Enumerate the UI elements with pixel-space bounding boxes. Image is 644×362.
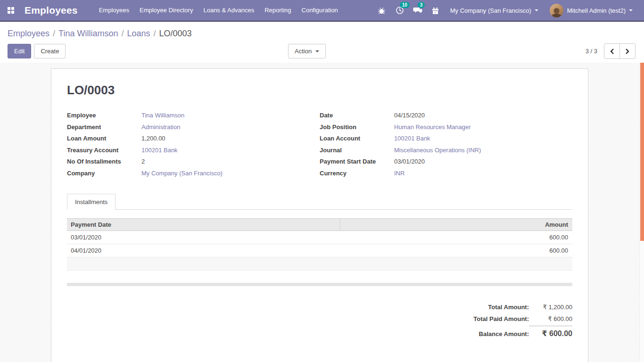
cell-amount: 600.00	[340, 244, 572, 257]
apps-grid-icon[interactable]	[4, 3, 18, 17]
table-footer-bar	[67, 283, 572, 286]
menu-employees[interactable]: Employees	[94, 0, 134, 21]
field-value-link[interactable]: Tina Williamson	[141, 110, 184, 122]
main-menu: Employees Employee Directory Loans & Adv…	[94, 0, 343, 21]
field-label: Job Position	[320, 122, 394, 133]
chevron-down-icon	[535, 9, 538, 11]
field-job-position: Job Position Human Resources Manager	[320, 122, 572, 133]
total-amount-value: ₹ 1,200.00	[529, 301, 572, 313]
cell-amount: 600.00	[340, 231, 572, 244]
navbar-systray: 10 3 My Company (San Francisco) Mitchell…	[374, 0, 637, 21]
column-header-payment-date[interactable]: Payment Date	[67, 219, 340, 230]
field-value-link[interactable]: Human Resources Manager	[394, 122, 471, 133]
field-journal: Journal Miscellaneous Operations (INR)	[320, 145, 572, 156]
messages-count-badge: 3	[418, 2, 425, 8]
edit-button[interactable]: Edit	[8, 44, 31, 58]
pager-next-button[interactable]	[619, 43, 636, 59]
column-header-amount[interactable]: Amount	[340, 219, 572, 230]
pager-previous-button[interactable]	[604, 43, 620, 59]
field-label: Department	[67, 122, 141, 133]
chevron-down-icon	[629, 9, 633, 11]
user-menu-label: Mitchell Admin (test2)	[567, 7, 626, 14]
field-department: Department Administration	[67, 122, 320, 133]
app-brand-title[interactable]: Employees	[25, 5, 78, 16]
user-avatar	[550, 4, 563, 17]
menu-reporting[interactable]: Reporting	[259, 0, 296, 21]
table-row[interactable]: 03/01/2020 600.00	[67, 231, 572, 244]
activities-count-badge: 10	[400, 2, 410, 8]
table-row[interactable]: 04/01/2020 600.00	[67, 244, 572, 257]
form-sheet: LO/0003 Employee Tina Williamson Departm…	[51, 68, 588, 362]
pager-count: 3 / 3	[586, 48, 597, 55]
menu-employee-directory[interactable]: Employee Directory	[134, 0, 198, 21]
field-value-link[interactable]: 100201 Bank	[141, 145, 178, 156]
field-label: No Of Installments	[67, 156, 141, 168]
breadcrumb-employees[interactable]: Employees	[8, 29, 50, 38]
create-button[interactable]: Create	[34, 44, 66, 58]
breadcrumb-tina-williamson[interactable]: Tina Williamson	[58, 29, 118, 38]
breadcrumb: Employees/Tina Williamson/Loans/LO/0003	[8, 27, 636, 40]
activities-clock-icon[interactable]: 10	[392, 2, 408, 18]
field-value-link[interactable]: 100201 Bank	[394, 133, 430, 145]
app-window: Employees Employees Employee Directory L…	[0, 0, 644, 362]
table-empty-row	[67, 257, 572, 271]
menu-loans-advances[interactable]: Loans & Advances	[198, 0, 259, 21]
control-panel: Employees/Tina Williamson/Loans/LO/0003 …	[0, 22, 644, 63]
field-loan-amount: Loan Amount 1,200.00	[67, 133, 320, 145]
field-label: Journal	[320, 145, 394, 156]
cell-payment-date: 04/01/2020	[67, 244, 340, 257]
breadcrumb-separator: /	[150, 29, 159, 38]
field-label: Loan Amount	[67, 133, 141, 145]
action-dropdown-label: Action	[295, 47, 312, 55]
table-spacer	[67, 271, 572, 283]
totals-section: Total Amount: ₹ 1,200.00 Total Paid Amou…	[67, 301, 572, 340]
field-label: Loan Account	[320, 133, 394, 145]
total-amount-row: Total Amount: ₹ 1,200.00	[488, 301, 572, 313]
field-label: Treasury Account	[67, 145, 141, 156]
balance-amount-value: ₹ 600.00	[529, 326, 572, 339]
company-switcher-label: My Company (San Francisco)	[450, 7, 531, 14]
field-value: 03/01/2020	[394, 156, 425, 168]
field-company: Company My Company (San Francisco)	[67, 168, 320, 180]
messages-chat-icon[interactable]: 3	[410, 2, 426, 18]
field-no-of-installments: No Of Installments 2	[67, 156, 320, 168]
total-amount-label: Total Amount:	[488, 301, 529, 313]
field-date: Date 04/15/2020	[320, 110, 572, 122]
field-column-left: Employee Tina Williamson Department Admi…	[67, 110, 320, 180]
field-value-link[interactable]: Miscellaneous Operations (INR)	[394, 145, 481, 156]
field-label: Company	[67, 168, 141, 180]
chevron-down-icon	[315, 50, 319, 52]
field-group: Employee Tina Williamson Department Admi…	[67, 110, 572, 180]
form-view-background: LO/0003 Employee Tina Williamson Departm…	[0, 63, 639, 362]
notebook-tabs: Installments	[67, 194, 572, 210]
field-treasury-account: Treasury Account 100201 Bank	[67, 145, 320, 156]
total-paid-amount-label: Total Paid Amount:	[473, 313, 529, 325]
table-header-row: Payment Date Amount	[67, 219, 572, 231]
balance-amount-row: Balance Amount: ₹ 600.00	[479, 325, 572, 340]
field-label: Date	[320, 110, 394, 122]
field-value-link[interactable]: INR	[394, 168, 405, 180]
vertical-scrollbar-track[interactable]	[639, 63, 644, 362]
field-value: 2	[141, 156, 145, 168]
menu-configuration[interactable]: Configuration	[297, 0, 343, 21]
field-value-link[interactable]: My Company (San Francisco)	[141, 168, 223, 180]
top-navbar: Employees Employees Employee Directory L…	[0, 0, 644, 22]
gift-icon[interactable]	[428, 2, 444, 18]
breadcrumb-separator: /	[118, 29, 127, 38]
company-switcher[interactable]: My Company (San Francisco)	[446, 0, 543, 21]
record-pager: 3 / 3	[586, 43, 636, 59]
field-label: Currency	[320, 168, 394, 180]
record-title: LO/0003	[67, 83, 572, 98]
user-menu[interactable]: Mitchell Admin (test2)	[545, 0, 637, 21]
action-dropdown-button[interactable]: Action	[288, 44, 326, 58]
field-value: 1,200.00	[141, 133, 165, 145]
breadcrumb-loans[interactable]: Loans	[127, 29, 150, 38]
field-value-link[interactable]: Administration	[141, 122, 180, 133]
vertical-scrollbar-thumb[interactable]	[640, 63, 644, 241]
installments-table: Payment Date Amount 03/01/2020 600.00 04…	[67, 218, 572, 286]
field-column-right: Date 04/15/2020 Job Position Human Resou…	[320, 110, 572, 180]
field-value: 04/15/2020	[394, 110, 425, 122]
debug-bug-icon[interactable]	[374, 2, 390, 18]
total-paid-amount-row: Total Paid Amount: ₹ 600.00	[473, 313, 572, 325]
tab-installments[interactable]: Installments	[67, 194, 116, 210]
